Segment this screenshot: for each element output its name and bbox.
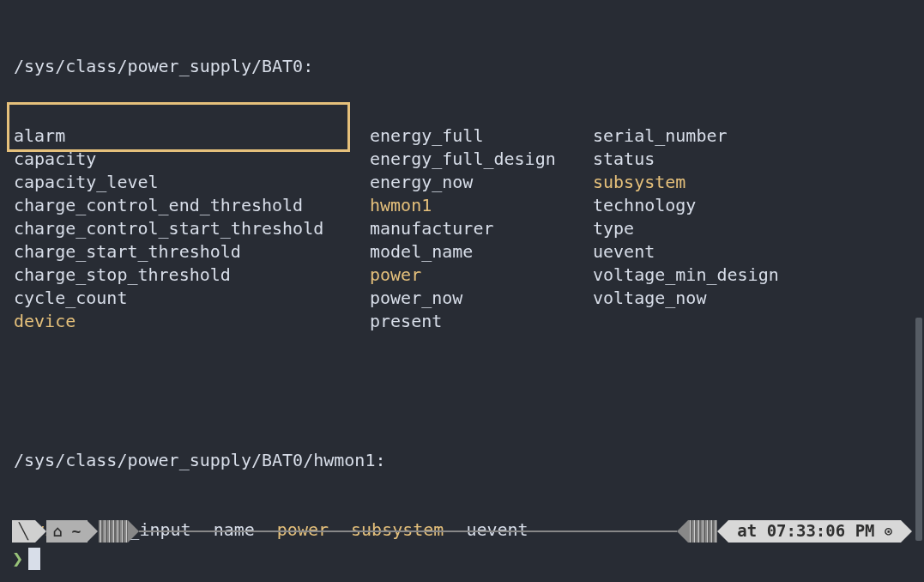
- ls-entry: subsystem: [593, 171, 685, 194]
- cursor-block: [28, 548, 40, 570]
- section-header-bat0: /sys/class/power_supply/BAT0:: [14, 55, 924, 78]
- home-icon: ⌂: [53, 521, 63, 542]
- ls-entry: serial_number: [593, 124, 728, 148]
- arrow-icon: [901, 520, 912, 543]
- ls-entry: voltage_now: [593, 287, 706, 310]
- ls-entry: energy_full_design: [370, 148, 593, 171]
- powerline-midline: [139, 530, 677, 532]
- ls-entry: present: [370, 310, 593, 333]
- ls-entry: cycle_count: [14, 287, 370, 310]
- ls-entry: energy_full: [370, 124, 593, 148]
- arrow-icon: [87, 520, 98, 543]
- ls-entry: manufacturer: [370, 217, 593, 240]
- prompt-line[interactable]: ❯: [12, 546, 40, 572]
- powerline-seg-caret: ╲: [12, 520, 35, 543]
- scrollbar-thumb[interactable]: [915, 318, 922, 541]
- ls-columns-bat0: alarmenergy_fullserial_numbercapacityene…: [14, 124, 924, 333]
- ls-entry: status: [593, 148, 655, 171]
- ls-entry: charge_stop_threshold: [14, 264, 370, 287]
- clock-icon: ⊙: [885, 523, 892, 540]
- powerline-seg-noise-r: [688, 520, 717, 543]
- ls-entry: power_now: [370, 287, 593, 310]
- arrow-icon: [677, 520, 688, 543]
- ls-entry: energy_now: [370, 171, 593, 194]
- time-label: at 07:33:06 PM: [737, 520, 874, 543]
- arrow-icon: [128, 520, 139, 543]
- ls-entry: voltage_min_design: [593, 264, 779, 287]
- ls-entry: type: [593, 217, 634, 240]
- prompt-glyph: ❯: [12, 546, 23, 572]
- ls-entry: charge_control_start_threshold: [14, 217, 370, 240]
- arrow-icon: [717, 520, 728, 543]
- arrow-icon: [35, 520, 46, 543]
- ls-entry: capacity_level: [14, 171, 370, 194]
- powerline-seg-home: ⌂ ~: [46, 520, 88, 543]
- terminal-output: /sys/class/power_supply/BAT0: alarmenerg…: [0, 9, 924, 582]
- ls-entry: charge_start_threshold: [14, 240, 370, 264]
- powerline-seg-noise: [99, 520, 128, 543]
- section-header-hwmon1: /sys/class/power_supply/BAT0/hwmon1:: [14, 449, 924, 472]
- ls-entry: device: [14, 310, 370, 333]
- ls-entry: model_name: [370, 240, 593, 264]
- ls-entry: charge_control_end_threshold: [14, 194, 370, 217]
- powerline-seg-time: at 07:33:06 PM ⊙: [728, 520, 901, 543]
- tilde-path: ~: [72, 521, 82, 542]
- ls-entry: technology: [593, 194, 696, 217]
- ls-entry: hwmon1: [370, 194, 593, 217]
- powerline-statusbar: ╲ ⌂ ~ at 07:33:06 PM ⊙: [12, 519, 912, 543]
- ls-entry: power: [370, 264, 593, 287]
- ls-entry: capacity: [14, 148, 370, 171]
- ls-entry: alarm: [14, 124, 370, 148]
- ls-entry: uevent: [593, 240, 655, 264]
